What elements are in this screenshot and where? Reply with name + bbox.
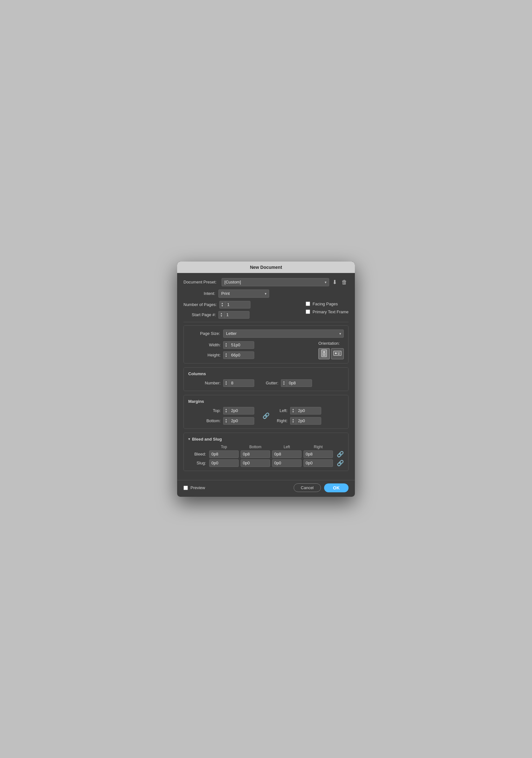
bleed-top-input[interactable]: [209, 450, 239, 458]
margin-right-label: Right:: [274, 418, 290, 423]
delete-preset-button[interactable]: 🗑: [340, 279, 348, 286]
margin-bottom-row: Bottom: ▲▼: [188, 417, 258, 425]
pages-spinner-btn[interactable]: ▲▼: [219, 301, 225, 309]
facing-pages-checkbox[interactable]: [306, 301, 310, 306]
primary-text-frame-checkbox[interactable]: [306, 309, 310, 314]
start-page-spinner: ▲▼ 1: [218, 311, 250, 319]
margin-left-spinner: ▲▼: [290, 407, 321, 415]
width-row: Width: ▲▼: [188, 341, 254, 349]
margin-top-input[interactable]: [229, 407, 254, 415]
preset-select[interactable]: [Custom]: [222, 278, 329, 286]
bleed-slug-grid: Top Bottom Left Right Bleed: 🔗 Slug: 🔗: [188, 445, 344, 467]
columns-number-spinner: ▲▼: [223, 379, 254, 387]
bleed-link-icon[interactable]: 🔗: [335, 451, 344, 458]
margins-title: Margins: [188, 399, 344, 404]
height-spinner: ▲▼: [223, 351, 254, 359]
intent-label: Intent:: [184, 291, 218, 296]
footer-left: Preview: [184, 485, 205, 490]
height-spinner-btn[interactable]: ▲▼: [223, 351, 229, 359]
save-preset-button[interactable]: ⬇: [331, 279, 338, 286]
bleed-slug-header[interactable]: ▾ Bleed and Slug: [188, 437, 344, 441]
ok-button[interactable]: OK: [324, 483, 348, 492]
slug-bottom-input[interactable]: [241, 459, 270, 467]
bleed-slug-title: Bleed and Slug: [192, 437, 222, 441]
new-document-dialog: New Document Document Preset: [Custom] ⬇…: [177, 261, 355, 497]
margin-bottom-label: Bottom:: [188, 418, 223, 423]
col-right-header: Right: [303, 445, 333, 449]
intent-select[interactable]: Print Web Mobile: [218, 290, 269, 298]
margin-top-row: Top: ▲▼: [188, 407, 258, 415]
start-page-input[interactable]: 1: [224, 311, 250, 319]
margin-right-spinner-btn[interactable]: ▲▼: [290, 417, 296, 425]
margin-top-label: Top:: [188, 408, 223, 413]
dialog-footer: Preview Cancel OK: [177, 480, 355, 497]
orientation-label: Orientation:: [318, 341, 340, 346]
columns-number-spinner-btn[interactable]: ▲▼: [223, 379, 229, 387]
pages-input[interactable]: 1: [225, 301, 250, 309]
margin-bottom-spinner: ▲▼: [223, 417, 254, 425]
start-page-label: Start Page #:: [184, 312, 218, 317]
margin-bottom-spinner-btn[interactable]: ▲▼: [223, 417, 229, 425]
portrait-button[interactable]: [318, 348, 330, 359]
slug-left-input[interactable]: [272, 459, 301, 467]
columns-number-label: Number:: [188, 381, 223, 385]
preview-label: Preview: [191, 485, 205, 490]
svg-rect-4: [334, 351, 341, 356]
start-page-row: Start Page #: ▲▼ 1: [184, 311, 250, 319]
gutter-input[interactable]: [287, 379, 312, 387]
size-inputs: Width: ▲▼ Height: ▲▼: [188, 341, 254, 359]
page-size-select-wrapper: Letter A4 A3 Tabloid Legal: [223, 329, 344, 338]
margin-right-input[interactable]: [296, 417, 321, 425]
width-spinner: ▲▼: [223, 341, 254, 349]
dimensions-row: Width: ▲▼ Height: ▲▼: [188, 341, 344, 359]
pages-label: Number of Pages:: [184, 302, 219, 307]
pages-fields: Number of Pages: ▲▼ 1 Start Page #: ▲▼: [184, 301, 250, 319]
bleed-bottom-input[interactable]: [241, 450, 270, 458]
bleed-slug-collapse-arrow: ▾: [188, 437, 190, 441]
bleed-right-input[interactable]: [303, 450, 333, 458]
gutter-spinner-btn[interactable]: ▲▼: [281, 379, 287, 387]
margins-link-icon[interactable]: 🔗: [261, 412, 271, 419]
height-label: Height:: [188, 353, 223, 358]
slug-link-icon[interactable]: 🔗: [335, 460, 344, 466]
dialog-title: New Document: [177, 261, 355, 273]
start-page-spinner-btn[interactable]: ▲▼: [218, 311, 224, 319]
margins-right-col: Left: ▲▼ Right: ▲▼: [274, 407, 344, 425]
margin-right-row: Right: ▲▼: [274, 417, 344, 425]
svg-rect-6: [337, 353, 340, 353]
margin-bottom-input[interactable]: [229, 417, 254, 425]
page-size-select[interactable]: Letter A4 A3 Tabloid Legal: [223, 329, 344, 338]
svg-point-5: [335, 352, 337, 354]
svg-rect-7: [338, 354, 340, 355]
cancel-button[interactable]: Cancel: [294, 483, 321, 492]
margin-left-row: Left: ▲▼: [274, 407, 344, 415]
height-input[interactable]: [229, 351, 254, 359]
intent-row: Intent: Print Web Mobile: [184, 290, 348, 298]
margin-left-spinner-btn[interactable]: ▲▼: [290, 407, 296, 415]
dialog-body: Document Preset: [Custom] ⬇ 🗑 Intent: Pr…: [177, 273, 355, 480]
bleed-left-input[interactable]: [272, 450, 301, 458]
primary-text-frame-row: Primary Text Frame: [306, 309, 348, 314]
landscape-button[interactable]: [331, 348, 344, 359]
columns-title: Columns: [188, 371, 344, 376]
slug-right-input[interactable]: [303, 459, 333, 467]
columns-section: Columns Number: ▲▼ Gutter: ▲▼: [184, 367, 348, 391]
width-spinner-btn[interactable]: ▲▼: [223, 341, 229, 349]
columns-number-input[interactable]: [229, 379, 254, 387]
slug-top-input[interactable]: [209, 459, 239, 467]
col-top-header: Top: [209, 445, 239, 449]
columns-number-row: Number: ▲▼: [188, 379, 254, 387]
svg-point-1: [323, 351, 325, 353]
preview-checkbox[interactable]: [184, 486, 188, 490]
intent-select-wrapper: Print Web Mobile: [218, 290, 269, 298]
margins-grid: Top: ▲▼ Bottom: ▲▼: [188, 407, 344, 425]
margin-top-spinner-btn[interactable]: ▲▼: [223, 407, 229, 415]
width-label: Width:: [188, 342, 223, 347]
preset-label: Document Preset:: [184, 280, 220, 284]
primary-text-frame-label: Primary Text Frame: [313, 309, 348, 314]
divider-1: [184, 322, 348, 322]
page-size-label: Page Size:: [188, 331, 223, 336]
margins-section: Margins Top: ▲▼ Bottom: ▲▼: [184, 395, 348, 429]
margin-left-input[interactable]: [296, 407, 321, 415]
width-input[interactable]: [229, 341, 254, 349]
